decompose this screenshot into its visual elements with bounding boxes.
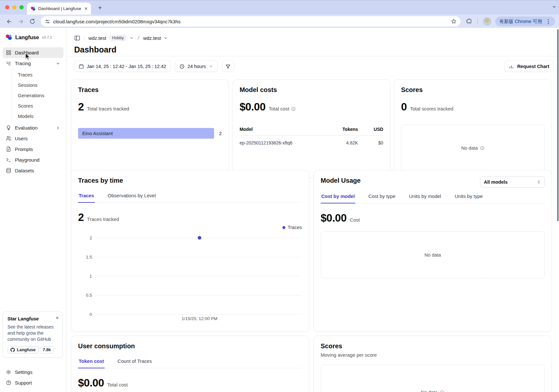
time-window-button[interactable]: 24 hours [175, 61, 217, 72]
url-text[interactable]: cloud.langfuse.com/project/cm50idm0208mx… [53, 19, 448, 24]
traces-tracked-value: 2 [78, 211, 84, 224]
reload-icon[interactable] [27, 16, 38, 27]
sidebar-item-playground[interactable]: Playground [3, 155, 63, 165]
scrollbar-thumb[interactable] [557, 29, 559, 221]
info-icon[interactable] [480, 146, 485, 150]
sidebar-item-support[interactable]: Support [3, 377, 63, 388]
github-button[interactable]: Langfuse [7, 346, 39, 353]
browser-tab[interactable]: Dashboard | Langfuse × [27, 3, 91, 15]
github-star-widget: Langfuse 7.8k [7, 346, 58, 353]
github-icon [10, 348, 15, 352]
star-card-title: Star Langfuse [7, 316, 58, 321]
request-chart-label: Request Chart [517, 64, 549, 69]
tab-search-icon[interactable] [552, 5, 556, 9]
bottom-row: User consumption Token cost Count of Tra… [71, 336, 552, 392]
card-title: Scores [401, 86, 545, 94]
user-consumption-tabs: Token cost Count of Traces [78, 355, 302, 368]
scores-total-caption: Total scores tracked [410, 106, 453, 111]
tab-units-by-type[interactable]: Units by type [454, 190, 484, 203]
calendar-icon [79, 64, 84, 69]
extensions-icon[interactable] [464, 16, 474, 27]
terminal-icon [6, 157, 11, 163]
traces-total-caption: Total traces tracked [87, 106, 129, 111]
scores-moving-average-card: Scores Moving average per score No data [314, 336, 552, 392]
no-data-label: No data [421, 390, 438, 392]
sidebar-item-scores[interactable]: Scores [12, 100, 63, 111]
tab-close-icon[interactable]: × [85, 6, 87, 11]
github-star-count[interactable]: 7.8k [40, 346, 54, 353]
plan-badge: Hobby [109, 35, 127, 41]
minimize-window-button[interactable] [12, 5, 17, 9]
sidebar-item-label: Prompts [15, 146, 33, 152]
sidebar-item-generations[interactable]: Generations [12, 90, 63, 100]
new-tab-button[interactable]: + [95, 3, 105, 13]
back-icon[interactable] [4, 16, 14, 27]
gear-icon [6, 369, 11, 375]
star-card-body: See the latest releases and help grow th… [7, 324, 58, 342]
sidebar-item-evaluation[interactable]: Evaluation [3, 122, 63, 133]
tab-cost-by-type[interactable]: Cost by type [368, 190, 396, 203]
card-title: Model Usage [321, 177, 360, 184]
model-select[interactable]: All models [480, 176, 545, 188]
filter-bar: Jan 14, 25 : 12:42 - Jan 15, 25 : 12:42 … [74, 61, 554, 72]
zoom-window-button[interactable] [19, 5, 24, 9]
browser-chrome: Dashboard | Langfuse × + cloud.langfuse.… [0, 0, 559, 28]
sidebar-item-tracing[interactable]: Tracing [3, 58, 63, 69]
model-select-value: All models [484, 179, 508, 185]
tab-traces[interactable]: Traces [78, 190, 95, 203]
sidebar-item-label: Datasets [15, 168, 34, 173]
legend-label: Traces [288, 225, 302, 230]
project-selector[interactable]: wdz.test [143, 35, 168, 41]
sidebar-item-datasets[interactable]: Datasets [3, 165, 63, 176]
bookmark-star-icon[interactable] [451, 18, 457, 24]
close-window-button[interactable] [5, 5, 9, 9]
model-costs-card: Model costs $0.00 Total cost Model Token… [233, 79, 391, 178]
request-chart-button[interactable]: Request Chart [504, 61, 554, 72]
sidebar-item-label: Tracing [15, 61, 31, 66]
site-info-icon[interactable] [45, 19, 50, 24]
model-tokens: 4.82K [325, 140, 358, 145]
forward-icon[interactable] [16, 16, 26, 27]
date-range-button[interactable]: Jan 14, 25 : 12:42 - Jan 15, 25 : 12:42 [74, 61, 171, 72]
close-icon[interactable]: × [56, 315, 59, 320]
header-divider [66, 56, 559, 56]
sidebar-item-label: Settings [15, 369, 32, 375]
tab-cost-by-model[interactable]: Cost by model [321, 190, 355, 203]
sidebar-item-prompts[interactable]: Prompts [3, 144, 63, 155]
chevron-down-icon [164, 36, 168, 40]
sidebar-toggle-icon[interactable] [74, 35, 80, 41]
sidebar-item-users[interactable]: Users [3, 133, 63, 144]
filter-button[interactable] [222, 61, 234, 72]
tab-units-by-model[interactable]: Units by model [408, 190, 442, 203]
x-axis-label: 1/15/25, 12:00 PM [182, 316, 217, 321]
star-langfuse-card: Star Langfuse × See the latest releases … [3, 311, 63, 358]
trace-name-bar[interactable]: Eino Assistant [78, 128, 214, 139]
browser-menu-icon[interactable]: ⋮ [545, 18, 551, 25]
model-usage-metric: $0.00 Cost [321, 212, 545, 224]
address-bar[interactable]: cloud.langfuse.com/project/cm50idm0208mx… [41, 16, 461, 27]
breadcrumb: wdz.test Hobby / wdz.test [74, 35, 168, 41]
info-icon[interactable] [291, 107, 296, 111]
sidebar-item-sessions[interactable]: Sessions [12, 80, 63, 90]
sidebar-bottom: Star Langfuse × See the latest releases … [0, 311, 66, 392]
tab-token-cost[interactable]: Token cost [78, 355, 105, 368]
org-selector[interactable]: wdz.test Hobby [88, 35, 134, 41]
tab-count-of-traces[interactable]: Count of Traces [117, 355, 153, 368]
users-icon [6, 136, 11, 141]
summary-cards-row: Traces 2 Total traces tracked Eino Assis… [71, 79, 552, 166]
profile-avatar[interactable] [483, 17, 491, 26]
traces-total-value: 2 [78, 101, 84, 113]
sidebar-item-models[interactable]: Models [12, 111, 63, 121]
sidebar-item-label: Evaluation [15, 125, 38, 131]
logo-row[interactable]: Langfuse v3.7.1 [0, 28, 66, 45]
sidebar-item-traces[interactable]: Traces [12, 69, 63, 80]
info-icon[interactable] [440, 390, 444, 392]
chrome-update-chip[interactable]: 有新版 Chrome 可用 ⋮ [495, 17, 555, 26]
traces-by-time-card: Traces by time Traces Observations by Le… [71, 170, 309, 332]
sidebar-item-settings[interactable]: Settings [3, 367, 63, 377]
project-name: wdz.test [143, 35, 161, 41]
sidebar-item-dashboard[interactable]: Dashboard [3, 47, 63, 58]
gridline [96, 295, 302, 295]
table-row[interactable]: ep-20250112193826-xftq6 4.82K $0 [240, 136, 383, 145]
tab-observations-by-level[interactable]: Observations by Level [107, 190, 156, 203]
